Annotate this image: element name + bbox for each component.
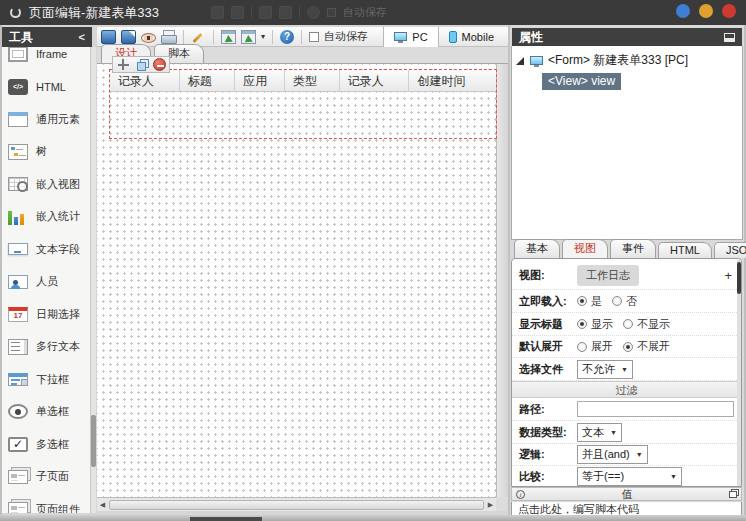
radio-load-no[interactable]: 否 <box>612 294 637 309</box>
delete-icon[interactable] <box>153 58 166 71</box>
sidebar-item-multiline-text[interactable]: 多行文本 <box>2 331 90 364</box>
select-file-dropdown[interactable]: 不允许▼ <box>577 360 633 379</box>
view-value-chip[interactable]: 工作日志 <box>577 265 639 286</box>
row-load-immediately: 立即载入: 是 否 <box>512 290 741 313</box>
tree-expander-icon[interactable] <box>516 57 524 65</box>
sidebar-item-embed-stats[interactable]: 嵌入统计 <box>2 201 90 234</box>
sidebar-item-label: 子页面 <box>36 469 69 484</box>
chevron-down-icon: ▼ <box>610 429 617 436</box>
tree-node-form[interactable]: <Form> 新建表单333 [PC] <box>516 52 738 69</box>
view-column-header: 记录人 <box>110 70 180 91</box>
sidebar-item-subpage[interactable]: 子页面 <box>2 461 90 494</box>
compare-dropdown[interactable]: 等于(==)▼ <box>577 467 682 486</box>
sidebar-item-embed-view[interactable]: 嵌入视图 <box>2 168 90 201</box>
sidebar-item-label: 人员 <box>36 274 58 289</box>
window-button-orange[interactable] <box>699 4 713 18</box>
copy-icon[interactable] <box>137 62 146 71</box>
canvas-horizontal-scrollbar[interactable]: ◀ ▶ <box>97 497 496 511</box>
export-icon[interactable] <box>241 30 256 44</box>
help-icon[interactable]: ? <box>280 30 294 44</box>
form-node-label[interactable]: <Form> 新建表单333 [PC] <box>548 52 688 69</box>
dimmed-icon <box>279 6 292 19</box>
sidebar-item-label: 下拉框 <box>36 372 69 387</box>
sidebar-item-iframe[interactable]: Iframe <box>2 47 90 71</box>
selected-value: 并且(and) <box>582 447 630 462</box>
sidebar-item-html[interactable]: </>HTML <box>2 71 90 104</box>
window-close-button[interactable] <box>722 4 736 18</box>
sidebar-item-tree[interactable]: 树 <box>2 136 90 169</box>
sidebar-scrollbar[interactable] <box>91 47 96 513</box>
view-component-selected[interactable]: 记录人标题应用类型记录人创建时间 <box>109 69 497 139</box>
iframe-icon <box>8 47 28 62</box>
dimmed-autosave-label: 自动保存 <box>343 5 387 20</box>
generic-element-icon <box>8 112 28 127</box>
scroll-right-arrow-icon[interactable]: ▶ <box>485 499 496 511</box>
device-tab-mobile[interactable]: Mobile <box>439 27 504 47</box>
properties-form: 视图: 工作日志 + 立即载入: 是 否 显示标题 显示 不显示 默认展开 展开… <box>511 258 742 487</box>
scroll-left-arrow-icon[interactable]: ◀ <box>97 499 108 511</box>
properties-scrollbar[interactable] <box>737 260 741 486</box>
chevron-down-icon: ▼ <box>636 451 643 458</box>
radio-icon <box>612 296 622 306</box>
radio-show[interactable]: 显示 <box>577 317 613 332</box>
save-as-icon[interactable] <box>121 30 136 44</box>
tab-events[interactable]: 事件 <box>610 239 656 258</box>
tab-view[interactable]: 视图 <box>562 239 608 258</box>
logic-dropdown[interactable]: 并且(and)▼ <box>577 445 648 464</box>
separator <box>299 6 300 19</box>
dimmed-icon <box>231 6 244 19</box>
path-input[interactable] <box>577 401 734 417</box>
tab-basic[interactable]: 基本 <box>514 239 560 258</box>
page-editor-window: 页面编辑-新建表单333 自动保存 工具 < Iframe</>HTML通用元素… <box>0 0 746 521</box>
sidebar-scrollbar-thumb[interactable] <box>91 415 96 467</box>
sidebar-item-label: 单选框 <box>36 404 69 419</box>
collapse-panel-icon[interactable]: < <box>79 31 85 43</box>
device-tab-pc[interactable]: PC <box>383 27 438 47</box>
view-column-header: 标题 <box>180 70 236 91</box>
selected-value: 等于(==) <box>582 469 624 484</box>
view-node-selected[interactable]: <View> view <box>542 73 621 90</box>
tab-json[interactable]: JSON <box>714 242 746 258</box>
move-icon[interactable] <box>117 58 130 71</box>
page-component-icon <box>8 502 28 513</box>
preview-icon[interactable] <box>141 33 156 43</box>
radio-checked-icon <box>577 296 587 306</box>
sidebar-item-person[interactable]: 人员 <box>2 266 90 299</box>
autosave-checkbox[interactable] <box>309 32 319 42</box>
sidebar-item-text-field[interactable]: 文本字段 <box>2 233 90 266</box>
save-icon[interactable] <box>101 30 116 44</box>
export-dropdown-caret[interactable]: ▾ <box>261 30 265 44</box>
restore-window-icon[interactable] <box>729 491 737 498</box>
sidebar-item-label: 嵌入视图 <box>36 177 80 192</box>
sidebar-item-page-component[interactable]: 页面组件 <box>2 493 90 513</box>
chevron-down-icon: ▼ <box>670 473 677 480</box>
radio-expand[interactable]: 展开 <box>577 339 613 354</box>
window-button-blue[interactable] <box>676 4 690 18</box>
option-label: 否 <box>626 294 637 309</box>
add-view-button[interactable]: + <box>724 268 734 283</box>
wand-icon[interactable] <box>191 30 206 44</box>
sidebar-item-checkbox[interactable]: ✓多选框 <box>2 428 90 461</box>
sidebar-item-dropdown[interactable]: 下拉框 <box>2 363 90 396</box>
radio-hide[interactable]: 不显示 <box>623 317 670 332</box>
radio-load-yes[interactable]: 是 <box>577 294 602 309</box>
sidebar-item-generic-element[interactable]: 通用元素 <box>2 103 90 136</box>
data-type-dropdown[interactable]: 文本▼ <box>577 423 622 442</box>
sidebar-item-label: 多行文本 <box>36 339 80 354</box>
option-label: 显示 <box>591 317 613 332</box>
radio-no-expand[interactable]: 不展开 <box>623 339 670 354</box>
sidebar-item-radio[interactable]: 单选框 <box>2 396 90 429</box>
html-icon: </> <box>8 79 28 95</box>
horizontal-scrollbar-thumb[interactable] <box>109 500 484 510</box>
sidebar-item-date-picker[interactable]: 17日期选择 <box>2 298 90 331</box>
script-editor-hint[interactable]: 点击此处，编写脚本代码 <box>511 502 742 515</box>
separator <box>272 30 273 44</box>
import-icon[interactable] <box>221 30 236 44</box>
properties-scrollbar-thumb[interactable] <box>737 262 741 294</box>
titlebar: 页面编辑-新建表单333 自动保存 <box>0 0 746 25</box>
print-icon[interactable] <box>161 30 176 44</box>
minimize-panel-icon[interactable] <box>724 33 735 42</box>
tools-panel-title: 工具 <box>9 29 33 46</box>
tab-html[interactable]: HTML <box>658 242 712 258</box>
chevron-down-icon: ▼ <box>621 366 628 373</box>
